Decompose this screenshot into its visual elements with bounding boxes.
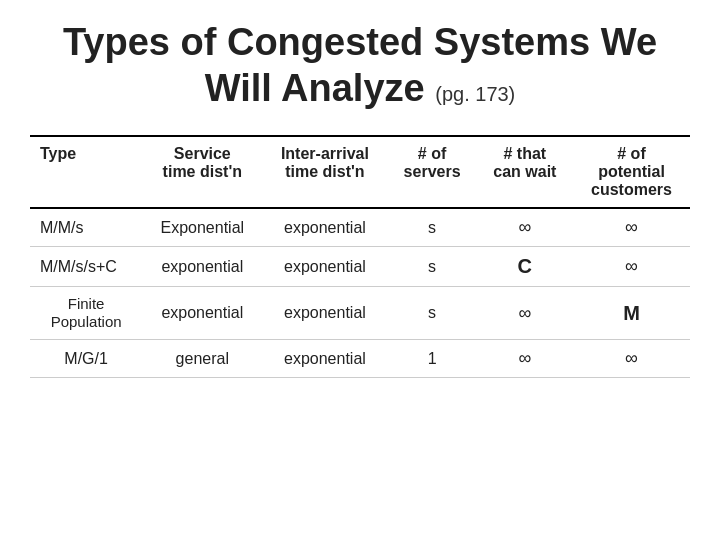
- cell-canwait: ∞: [477, 287, 573, 340]
- cell-interarrival: exponential: [262, 287, 387, 340]
- cell-type: M/G/1: [30, 340, 142, 378]
- title-subtitle: (pg. 173): [435, 83, 515, 105]
- cell-customers: ∞: [573, 340, 690, 378]
- table-row: FinitePopulation exponential exponential…: [30, 287, 690, 340]
- table-header-row: Type Servicetime dist'n Inter-arrivaltim…: [30, 136, 690, 208]
- col-header-type: Type: [30, 136, 142, 208]
- cell-canwait: ∞: [477, 340, 573, 378]
- col-header-interarrival: Inter-arrivaltime dist'n: [262, 136, 387, 208]
- cell-service: Exponential: [142, 208, 262, 247]
- cell-canwait: ∞: [477, 208, 573, 247]
- table-row: M/M/s/s+C exponential exponential s C ∞: [30, 247, 690, 287]
- cell-service: general: [142, 340, 262, 378]
- table-row: M/G/1 general exponential 1 ∞ ∞: [30, 340, 690, 378]
- title-line1: Types of Congested Systems We: [63, 21, 657, 63]
- cell-interarrival: exponential: [262, 208, 387, 247]
- cell-servers: s: [388, 208, 477, 247]
- cell-customers: ∞: [573, 247, 690, 287]
- cell-customers: M: [573, 287, 690, 340]
- col-header-customers: # ofpotentialcustomers: [573, 136, 690, 208]
- col-header-service: Servicetime dist'n: [142, 136, 262, 208]
- title-line2: Will Analyze: [205, 67, 425, 109]
- cell-type: M/M/s: [30, 208, 142, 247]
- cell-interarrival: exponential: [262, 247, 387, 287]
- types-table: Type Servicetime dist'n Inter-arrivaltim…: [30, 135, 690, 378]
- cell-interarrival: exponential: [262, 340, 387, 378]
- cell-servers: 1: [388, 340, 477, 378]
- col-header-servers: # ofservers: [388, 136, 477, 208]
- cell-canwait: C: [477, 247, 573, 287]
- col-header-canwait: # thatcan wait: [477, 136, 573, 208]
- cell-service: exponential: [142, 247, 262, 287]
- cell-type: FinitePopulation: [30, 287, 142, 340]
- cell-customers: ∞: [573, 208, 690, 247]
- cell-service: exponential: [142, 287, 262, 340]
- title-block: Types of Congested Systems We Will Analy…: [63, 20, 657, 111]
- cell-type: M/M/s/s+C: [30, 247, 142, 287]
- cell-servers: s: [388, 287, 477, 340]
- table-row: M/M/s Exponential exponential s ∞ ∞: [30, 208, 690, 247]
- cell-servers: s: [388, 247, 477, 287]
